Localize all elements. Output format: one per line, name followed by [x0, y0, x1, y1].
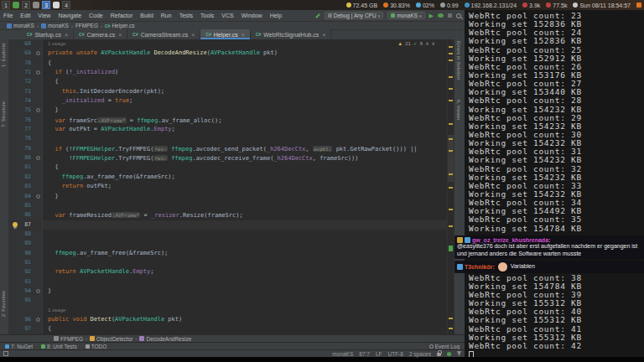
menu-vcs[interactable]: VCS	[221, 13, 233, 18]
toolwindow-button-errors-in-solution[interactable]: Errors in Solution	[456, 41, 461, 80]
csharp-file-icon: C#	[205, 32, 210, 37]
gutter	[34, 39, 43, 49]
toolwindow-button-tests[interactable]: 8: Unit Tests	[41, 344, 77, 349]
tab-close-icon[interactable]: ×	[191, 32, 195, 38]
fold-icon[interactable]	[36, 51, 40, 55]
code-token: Detect	[91, 316, 112, 323]
code-line-97: 97{	[9, 324, 447, 334]
tab-close-icon[interactable]: ×	[65, 32, 68, 38]
toolwindow-button-explorer[interactable]: 1: Explorer	[1, 43, 6, 67]
code-line-94: 94}	[9, 287, 447, 296]
search-everywhere-icon[interactable]	[456, 13, 461, 18]
breadcrumb-item[interactable]: monaKS	[7, 23, 34, 28]
stop-button[interactable]	[448, 13, 452, 18]
editor-breadcrumb-item[interactable]: ObjectDetector	[90, 336, 132, 342]
breadcrumb-item[interactable]: monaKS	[41, 23, 69, 28]
menu-items: FileEditViewNavigateCodeRefactorBuildRun…	[3, 13, 282, 18]
terminal-panel[interactable]: WebRtc pool count: 23Working set 152836 …	[465, 10, 644, 357]
code-text: if (!_initialized)	[43, 68, 118, 77]
menu-view[interactable]: View	[38, 13, 50, 18]
code-text	[43, 296, 48, 305]
menu-run[interactable]: Run	[161, 13, 172, 18]
code-line-inlay: 1 usage	[9, 306, 447, 315]
toolwindow-button-il-viewer[interactable]: IL Viewer	[456, 100, 461, 121]
menu-tests[interactable]: Tests	[179, 13, 193, 18]
gutter	[34, 258, 43, 267]
code-text: return outPkt;	[43, 182, 112, 191]
tab-camera-cs[interactable]: C#Camera.cs×	[74, 29, 127, 39]
status-line-separator[interactable]: LF	[376, 351, 382, 357]
taskbar-app-icon	[53, 2, 60, 8]
tab-close-icon[interactable]: ×	[118, 32, 122, 38]
lock-icon[interactable]	[437, 353, 441, 356]
run-button[interactable]: ▶	[429, 13, 434, 18]
toolwindow-switcher-icon[interactable]	[3, 351, 8, 356]
fold-icon[interactable]	[36, 156, 40, 160]
menu-code[interactable]: Code	[89, 13, 103, 18]
menu-window[interactable]: Window	[242, 13, 262, 18]
status-encoding[interactable]: UTF-8	[388, 351, 403, 357]
fold-icon[interactable]	[36, 318, 40, 322]
menu-help[interactable]: Help	[270, 13, 282, 18]
gutter	[34, 153, 43, 163]
menu-navigate[interactable]: Navigate	[58, 13, 81, 18]
menu-file[interactable]: File	[3, 13, 13, 18]
prev-issue-icon[interactable]: ∧	[425, 40, 428, 46]
build-hammer-icon[interactable]	[314, 13, 320, 18]
code-token: pkt)	[164, 316, 182, 323]
breadcrumb-item[interactable]: FFMPEG	[75, 23, 98, 28]
tab-startup-cs[interactable]: C#Startup.cs×	[22, 29, 74, 39]
fold-icon[interactable]	[36, 194, 40, 199]
tab-camerastream-cs[interactable]: C#CameraStream.cs×	[127, 29, 200, 39]
highlighting-level-icon[interactable]	[457, 351, 461, 356]
event-log-button[interactable]: Event Log	[429, 344, 460, 349]
code-token: AVPacketHandle	[115, 316, 164, 323]
fold-icon[interactable]	[36, 70, 40, 75]
code-token: ffmpeg	[137, 117, 158, 124]
fold-icon[interactable]	[36, 108, 40, 112]
toolwindow-button-nuget[interactable]: 7: NuGet	[5, 344, 33, 349]
toolwindow-label: 8: Unit Tests	[47, 344, 77, 349]
debug-button[interactable]	[438, 13, 444, 18]
line-number: 73	[9, 87, 34, 96]
run-configuration-dropdown[interactable]: monaKS	[387, 12, 424, 19]
tab-close-icon[interactable]: ×	[242, 32, 245, 38]
workspace-button-4[interactable]: 4	[62, 1, 70, 9]
solution-configuration-dropdown[interactable]: Debug | Any CPU	[325, 12, 383, 19]
tab-close-icon[interactable]: ×	[322, 32, 325, 38]
editor-breadcrumb-item[interactable]: FFMPEG	[54, 336, 83, 342]
menu-refactor[interactable]: Refactor	[111, 13, 132, 18]
status-project-name: monaKS	[332, 351, 353, 357]
menu-build[interactable]: Build	[140, 13, 153, 18]
notification-icon[interactable]	[636, 3, 641, 8]
editor-breadcrumb-item[interactable]: DecodeAndResize	[139, 336, 191, 342]
analysis-mark	[449, 187, 453, 189]
status-caret-position[interactable]: 87:7	[359, 351, 370, 357]
inspection-widget[interactable]: ▲ 21 ✓ 8 ∧ ∨	[397, 40, 435, 46]
toolwindow-button-favorites[interactable]: 2: Favorites	[1, 291, 6, 317]
workspace-button-2[interactable]: 2	[22, 1, 30, 9]
workspace-button-3[interactable]: 3	[42, 1, 50, 9]
editor-scrollbar[interactable]	[447, 39, 454, 334]
code-token: :AVFrame*	[112, 212, 141, 218]
code-token: frameResized	[65, 212, 112, 219]
status-indent[interactable]: 2 spaces	[409, 351, 431, 357]
toolwindow-button-todo[interactable]: TODO	[86, 344, 107, 349]
right-toolwindow-stripe: Errors in SolutionIL Viewer	[454, 39, 465, 334]
code-token: ;	[172, 126, 175, 132]
tab-helper-cs[interactable]: C#Helper.cs×	[200, 29, 251, 39]
symbol-icon	[54, 336, 59, 341]
fold-icon[interactable]	[36, 289, 40, 293]
tab-webrtcsignalhub-cs[interactable]: C#WebRtcSignalHub.cs×	[251, 29, 332, 39]
next-issue-icon[interactable]: ∨	[432, 40, 435, 46]
workspace-button-1[interactable]: 1	[2, 1, 10, 9]
intention-bulb-icon[interactable]	[13, 222, 18, 227]
breadcrumb-item[interactable]: C#Helper.cs	[105, 23, 135, 28]
toolwindow-button-structure[interactable]: 7: Structure	[1, 101, 6, 127]
menu-tools[interactable]: Tools	[200, 13, 214, 18]
menu-edit[interactable]: Edit	[20, 13, 30, 18]
code-line-87: 87	[9, 220, 447, 230]
code-line-82: 82 ffmpeg.av_frame_free(&frameSrc);	[9, 173, 447, 182]
code-editor[interactable]: ▲ 21 ✓ 8 ∧ ∨ 681 usage69private unsafe A…	[9, 39, 447, 334]
line-number: 80	[9, 153, 34, 163]
